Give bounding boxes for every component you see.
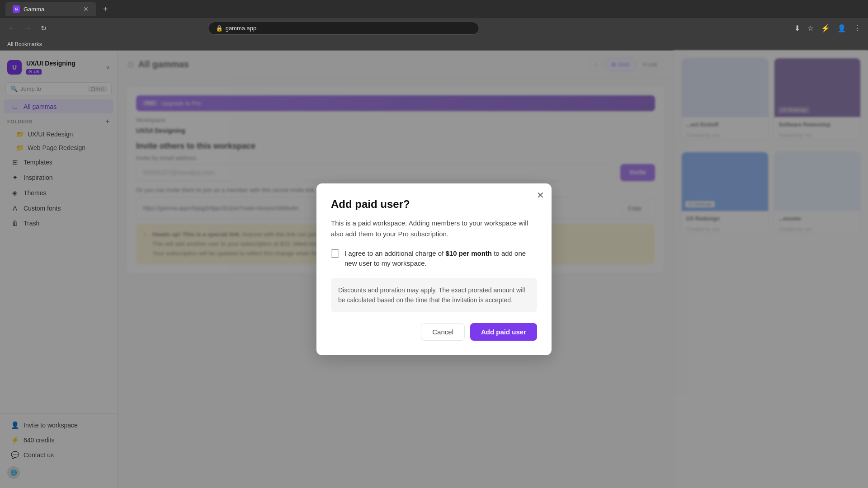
bookmarks-bar: All Bookmarks (0, 38, 868, 51)
modal-overlay: ✕ Add paid user? This is a paid workspac… (118, 51, 674, 488)
star-icon[interactable]: ☆ (806, 22, 816, 34)
forward-button[interactable]: → (22, 22, 34, 34)
add-paid-user-modal: ✕ Add paid user? This is a paid workspac… (316, 183, 552, 356)
profile-icon[interactable]: 👤 (835, 22, 848, 34)
modal-close-button[interactable]: ✕ (537, 191, 544, 200)
app-layout: U UX/UI Designing PLUS ∨ 🔍 Jump to Ctrl+… (0, 51, 868, 488)
charge-amount: $10 per month (446, 249, 492, 257)
cancel-button[interactable]: Cancel (421, 323, 465, 341)
back-button[interactable]: ← (5, 22, 18, 34)
modal-actions: Cancel Add paid user (331, 323, 537, 341)
tab-close-button[interactable]: ✕ (83, 5, 89, 13)
modal-description: This is a paid workspace. Adding members… (331, 218, 537, 239)
download-icon: ⬇ (793, 22, 802, 34)
browser-nav: ← → ↻ 🔒 gamma.app ⬇ ☆ ⚡ 👤 ⋮ (0, 18, 868, 38)
browser-chrome: G Gamma ✕ + (0, 0, 868, 18)
lock-icon: 🔒 (216, 25, 223, 32)
agree-checkbox[interactable] (331, 249, 339, 258)
new-tab-button[interactable]: + (99, 5, 112, 14)
agree-checkbox-row: I agree to an additional charge of $10 p… (331, 249, 537, 269)
bookmarks-label: All Bookmarks (7, 41, 42, 47)
tab-favicon: G (13, 5, 20, 13)
url-text: gamma.app (226, 25, 257, 32)
reload-button[interactable]: ↻ (38, 22, 49, 34)
menu-icon[interactable]: ⋮ (852, 22, 863, 34)
extension-icon: ⚡ (819, 22, 832, 34)
checkbox-label: I agree to an additional charge of $10 p… (344, 249, 537, 269)
browser-tab[interactable]: G Gamma ✕ (5, 2, 96, 16)
add-paid-user-button[interactable]: Add paid user (470, 323, 537, 341)
checkbox-prefix: I agree to an additional charge of (344, 249, 446, 257)
info-box: Discounts and proration may apply. The e… (331, 278, 537, 313)
modal-title: Add paid user? (331, 198, 537, 211)
address-bar[interactable]: 🔒 gamma.app (208, 22, 479, 35)
browser-nav-icons: ⬇ ☆ ⚡ 👤 ⋮ (793, 22, 863, 34)
tab-label: Gamma (24, 6, 44, 13)
